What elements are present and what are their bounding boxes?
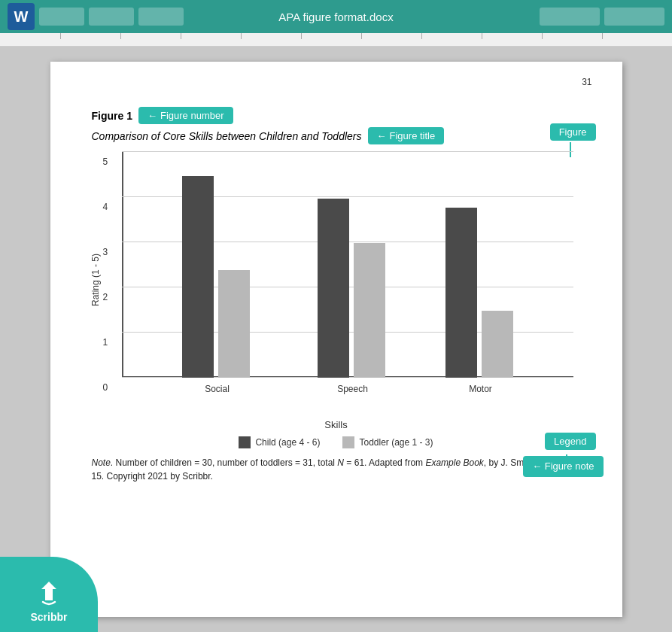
figure-note-n: N [337, 457, 344, 468]
bar-group-speech: Speech [318, 199, 385, 378]
y-axis-label: Rating (1 - 5) [90, 254, 101, 306]
window-title: APA figure format.docx [278, 11, 393, 23]
x-axis-label: Skills [92, 419, 581, 430]
title-bar-left: W [8, 3, 184, 30]
x-label-social: Social [205, 384, 230, 394]
bar-motor-child [445, 208, 477, 378]
legend-badge: Legend [545, 433, 595, 450]
legend-item-toddler: Toddler (age 1 - 3) [342, 436, 433, 448]
document-area: 31 Figure 1 Figure number Comparison of … [0, 47, 672, 632]
ruler [0, 33, 672, 47]
bar-speech-child [318, 199, 349, 378]
toolbar-btn-right-1[interactable] [540, 8, 600, 26]
toolbar-btn-right-2[interactable] [604, 8, 664, 26]
figure-note: Note. Number of children = 30, number of… [92, 456, 581, 483]
scribbr-logo: Scribbr [0, 557, 98, 632]
legend-label-toddler: Toddler (age 1 - 3) [359, 437, 433, 448]
title-bar: W APA figure format.docx [0, 0, 672, 33]
page-number: 31 [582, 77, 591, 87]
toolbar-btn-2[interactable] [89, 8, 134, 26]
figure-label: Figure 1 [92, 110, 132, 122]
bar-social-child [182, 176, 214, 378]
bar-speech-toddler [354, 243, 385, 378]
figure-badge: Figure [550, 123, 596, 141]
scribbr-icon [34, 578, 64, 608]
y-tick-5: 5 [103, 156, 108, 167]
figure-note-book: Example Book [425, 457, 483, 468]
chart-container: Rating (1 - 5) 5 4 3 2 [92, 152, 581, 408]
title-bar-right [540, 8, 664, 26]
word-icon: W [8, 3, 35, 30]
grid-line-5: 5 [122, 151, 573, 152]
x-label-motor: Motor [469, 384, 492, 394]
figure-number-badge: Figure number [138, 107, 233, 124]
scribbr-text: Scribbr [30, 611, 67, 623]
y-tick-1: 1 [103, 337, 108, 348]
toolbar-btn-1[interactable] [39, 8, 84, 26]
figure-title-badge: Figure title [368, 127, 445, 144]
legend-area: Child (age 4 - 6) Toddler (age 1 - 3) Le… [92, 436, 581, 448]
y-tick-0: 0 [103, 382, 108, 393]
bar-group-social: Social [182, 176, 250, 378]
y-tick-4: 4 [103, 202, 108, 212]
legend-label-child: Child (age 4 - 6) [255, 437, 320, 448]
toolbar-btn-3[interactable] [138, 8, 184, 26]
legend-swatch-child [239, 436, 251, 448]
legend-swatch-toddler [342, 436, 354, 448]
figure-title-row: Comparison of Core Skills between Childr… [92, 127, 581, 144]
figure-header: Figure 1 Figure number [92, 107, 581, 124]
bar-group-motor: Motor [445, 208, 513, 378]
y-tick-2: 2 [103, 292, 108, 302]
legend-item-child: Child (age 4 - 6) [239, 436, 320, 448]
figure-note-badge: ← Figure note [523, 456, 603, 477]
figure-title-text: Comparison of Core Skills between Childr… [92, 130, 362, 142]
chart-inner: 5 4 3 2 1 0 [122, 152, 573, 378]
x-label-speech: Speech [337, 384, 368, 394]
bar-motor-toddler [482, 311, 513, 378]
bar-social-toddler [218, 270, 250, 378]
document: 31 Figure 1 Figure number Comparison of … [50, 62, 622, 617]
figure-note-italic: Note [92, 457, 111, 468]
y-tick-3: 3 [103, 247, 108, 257]
y-axis-line [122, 152, 123, 378]
